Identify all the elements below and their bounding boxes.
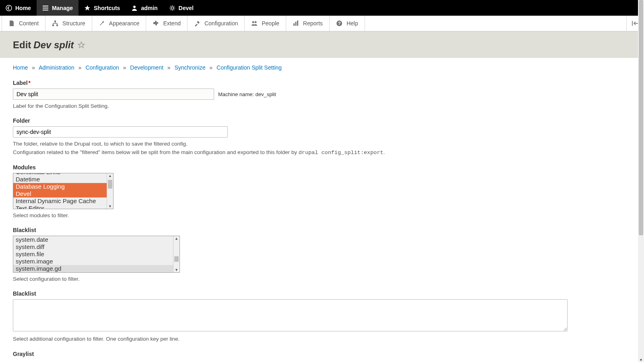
- tab-help[interactable]: ? Help: [330, 16, 365, 31]
- help-icon: ?: [336, 20, 343, 27]
- gear-icon: [169, 5, 175, 11]
- form-item-label: Label* Machine name: dev_split Label for…: [13, 80, 631, 110]
- tab-appearance-label: Appearance: [109, 20, 140, 27]
- content-region: Home » Administration » Configuration » …: [0, 58, 644, 362]
- blacklist-option[interactable]: system.image: [13, 258, 173, 265]
- page-title: Edit Dev split: [13, 39, 85, 51]
- svg-point-1: [133, 6, 136, 8]
- tab-reports[interactable]: Reports: [286, 16, 330, 31]
- folder-desc-line2: Configuration related to the "filtered" …: [13, 148, 631, 157]
- page-scroll-down-icon[interactable]: ▼: [638, 358, 644, 362]
- svg-rect-3: [54, 21, 56, 22]
- scroll-down-icon[interactable]: ▼: [173, 267, 180, 272]
- breadcrumb-administration[interactable]: Administration: [39, 64, 74, 71]
- tab-people[interactable]: People: [245, 16, 286, 31]
- svg-rect-10: [297, 21, 298, 26]
- modules-description: Select modules to filter.: [13, 212, 631, 220]
- blacklist-description: Select configuration to filter.: [13, 275, 631, 283]
- required-marker: *: [29, 80, 31, 86]
- tab-appearance[interactable]: Appearance: [92, 16, 147, 31]
- page-header: Edit Dev split: [0, 31, 644, 58]
- document-icon: [8, 20, 15, 27]
- blacklist-select[interactable]: system.date system.diff system.file syst…: [13, 236, 180, 273]
- machine-name-label: Machine name:: [218, 91, 254, 97]
- blacklist-option[interactable]: system.image.gd: [13, 265, 173, 272]
- toolbar-manage[interactable]: Manage: [37, 0, 78, 16]
- machine-name-value: dev_split: [256, 91, 276, 97]
- svg-rect-13: [632, 21, 633, 26]
- module-option-selected[interactable]: Devel: [13, 190, 107, 197]
- scroll-up-icon[interactable]: ▲: [173, 236, 180, 241]
- module-option[interactable]: Text Editor: [13, 205, 107, 209]
- tab-configuration-label: Configuration: [204, 20, 238, 27]
- blacklist-textarea[interactable]: [13, 299, 568, 331]
- modules-select[interactable]: Contextual Links Datetime Database Loggi…: [13, 173, 114, 209]
- page-scrollbar[interactable]: ▼: [638, 0, 644, 362]
- breadcrumb-config-split[interactable]: Configuration Split Setting: [217, 64, 282, 71]
- toolbar-home-label: Home: [15, 5, 31, 11]
- blacklist-option[interactable]: system.diff: [13, 243, 173, 251]
- tab-content-label: Content: [19, 20, 39, 27]
- tab-extend[interactable]: Extend: [146, 16, 188, 31]
- scroll-thumb[interactable]: [174, 256, 179, 262]
- svg-point-6: [252, 21, 254, 23]
- toolbar-devel[interactable]: Devel: [163, 0, 199, 16]
- scroll-down-icon[interactable]: ▼: [107, 204, 113, 209]
- label-label-text: Label: [13, 80, 28, 86]
- svg-point-2: [171, 7, 173, 9]
- tab-content[interactable]: Content: [2, 16, 45, 31]
- folder-desc2-code: drupal config_split:export: [299, 150, 384, 156]
- page-scroll-thumb[interactable]: [639, 0, 643, 235]
- favorite-star-icon[interactable]: [78, 41, 85, 49]
- breadcrumb-sep: »: [32, 64, 35, 71]
- svg-rect-5: [56, 25, 58, 26]
- people-icon: [251, 20, 258, 27]
- toolbar-home[interactable]: Home: [0, 0, 37, 16]
- toolbar-admin-label: admin: [141, 5, 157, 11]
- admin-toolbar-sub: Content Structure Appearance Extend Conf…: [0, 16, 644, 31]
- toolbar-devel-label: Devel: [179, 5, 194, 11]
- modules-label: Modules: [13, 164, 631, 171]
- graylist-label: Graylist: [13, 351, 631, 357]
- module-option-selected[interactable]: Database Logging: [13, 183, 107, 190]
- module-option[interactable]: Internal Dynamic Page Cache: [13, 197, 107, 205]
- page-title-name: Dev split: [33, 39, 74, 51]
- svg-rect-4: [52, 25, 54, 26]
- svg-rect-9: [295, 22, 296, 26]
- blacklist-text-label: Blacklist: [13, 290, 631, 297]
- folder-input[interactable]: [13, 126, 228, 138]
- tab-configuration[interactable]: Configuration: [188, 16, 245, 31]
- toolbar-shortcuts[interactable]: Shortcuts: [78, 0, 126, 16]
- form-item-blacklist-select: Blacklist system.date system.diff system…: [13, 227, 631, 283]
- form-item-modules: Modules Contextual Links Datetime Databa…: [13, 164, 631, 220]
- folder-desc2a: Configuration related to the "filtered" …: [13, 149, 299, 155]
- puzzle-icon: [153, 20, 159, 27]
- label-input[interactable]: [13, 88, 214, 100]
- star-icon: [84, 5, 91, 11]
- breadcrumb-synchronize[interactable]: Synchronize: [174, 64, 205, 71]
- tools-icon: [194, 20, 200, 27]
- page-title-prefix: Edit: [13, 39, 31, 51]
- scroll-up-icon[interactable]: ▲: [107, 173, 113, 178]
- breadcrumb-home[interactable]: Home: [13, 64, 28, 71]
- svg-text:?: ?: [338, 21, 341, 26]
- scroll-thumb[interactable]: [108, 180, 112, 189]
- breadcrumb-configuration[interactable]: Configuration: [85, 64, 119, 71]
- tab-help-label: Help: [347, 20, 358, 27]
- tab-structure[interactable]: Structure: [45, 16, 92, 31]
- folder-label: Folder: [13, 117, 631, 124]
- blacklist-option[interactable]: system.file: [13, 251, 173, 258]
- tab-structure-label: Structure: [62, 20, 85, 27]
- breadcrumb-sep: »: [78, 64, 82, 71]
- hierarchy-icon: [52, 20, 58, 27]
- modules-scrollbar[interactable]: ▲ ▼: [107, 173, 113, 209]
- blacklist-option[interactable]: system.date: [13, 236, 173, 243]
- breadcrumb-sep: »: [123, 64, 126, 71]
- blacklist-scrollbar[interactable]: ▲ ▼: [173, 236, 180, 272]
- breadcrumb-development[interactable]: Development: [130, 64, 163, 71]
- toolbar-admin[interactable]: admin: [126, 0, 163, 16]
- svg-rect-8: [293, 23, 295, 26]
- module-option[interactable]: Datetime: [13, 176, 107, 183]
- hamburger-icon: [42, 5, 49, 11]
- tab-extend-label: Extend: [163, 20, 181, 27]
